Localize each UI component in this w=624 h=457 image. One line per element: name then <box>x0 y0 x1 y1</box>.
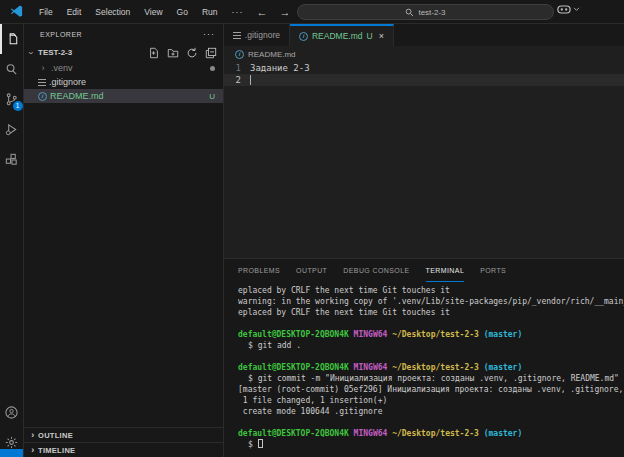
modified-dot-badge <box>210 66 215 71</box>
terminal-text: default@DESKTOP-2QBON4K <box>238 363 349 372</box>
info-file-icon: i <box>38 92 47 101</box>
info-file-icon: i <box>235 50 244 59</box>
terminal-text: 1 file changed, 1 insertion(+) <box>238 396 387 405</box>
copilot-menu[interactable] <box>557 4 580 15</box>
scm-badge: 1 <box>13 101 23 111</box>
activity-explorer[interactable] <box>0 24 24 54</box>
explorer-item-README.md[interactable]: iREADME.mdU <box>24 89 223 103</box>
activity-source-control[interactable]: 1 <box>0 84 24 114</box>
status-bar-remote-indicator[interactable] <box>0 449 23 457</box>
terminal-text: ~/Desktop/test-2-3 <box>392 330 479 339</box>
panel-tab-problems[interactable]: PROBLEMS <box>238 259 280 282</box>
outline-label: OUTLINE <box>38 431 73 440</box>
terminal-text: default@DESKTOP-2QBON4K <box>238 429 349 438</box>
command-center-search[interactable]: test-2-3 <box>297 4 554 20</box>
panel-tab-ports[interactable]: PORTS <box>480 259 506 282</box>
tab-.gitignore[interactable]: .gitignore <box>224 24 290 46</box>
terminal-line <box>238 318 624 329</box>
account-icon <box>4 405 19 420</box>
terminal-text: $ git commit -m "Инициализация проекта: … <box>248 374 619 383</box>
terminal-text: MINGW64 <box>354 429 388 438</box>
panel-tab-terminal[interactable]: TERMINAL <box>426 259 465 282</box>
search-value: test-2-3 <box>418 8 445 17</box>
outline-section[interactable]: › OUTLINE <box>24 427 223 442</box>
close-icon[interactable]: × <box>379 31 384 41</box>
tab-label: README.md <box>312 31 363 41</box>
terminal-line: create mode 100644 .gitignore <box>238 406 624 417</box>
terminal-text: warning: in the working copy of '.venv/L… <box>238 297 624 306</box>
tab-bar: .gitignoreiREADME.mdU× <box>224 24 624 46</box>
terminal-text: $ git add . <box>248 341 301 350</box>
terminal-line <box>238 351 624 362</box>
breadcrumb[interactable]: i README.md <box>224 46 624 62</box>
terminal-line: [master (root-commit) 05ef296] Инициализ… <box>238 384 624 395</box>
terminal-text: eplaced by CRLF the next time Git touche… <box>238 308 450 317</box>
line-text: Задание 2-3 <box>250 63 310 73</box>
activity-extensions[interactable] <box>0 144 24 174</box>
terminal-line: $ git add . <box>248 340 624 351</box>
menu-edit[interactable]: Edit <box>60 7 89 17</box>
terminal[interactable]: eplaced by CRLF the next time Git touche… <box>224 282 624 450</box>
extensions-icon <box>4 152 19 167</box>
new-file-icon[interactable] <box>148 47 160 59</box>
terminal-text: (master) <box>484 429 523 438</box>
root-folder-label: TEST-2-3 <box>38 48 148 57</box>
terminal-line: $ git commit -m "Инициализация проекта: … <box>248 373 624 384</box>
info-file-icon: i <box>299 32 308 41</box>
menu-run[interactable]: Run <box>195 7 225 17</box>
chevron-down-icon: › <box>26 48 36 58</box>
terminal-text: (master) <box>484 330 523 339</box>
panel-tab-bar: PROBLEMSOUTPUTDEBUG CONSOLETERMINALPORTS <box>224 259 624 282</box>
timeline-section[interactable]: › TIMELINE <box>24 442 223 457</box>
editor-line: 1Задание 2-3 <box>224 62 624 74</box>
search-icon <box>405 8 414 17</box>
tab-README.md[interactable]: iREADME.mdU× <box>290 24 394 46</box>
terminal-line: 1 file changed, 1 insertion(+) <box>238 395 624 406</box>
menu-file[interactable]: File <box>32 7 60 17</box>
file-label: README.md <box>50 91 209 101</box>
chevron-right-icon: › <box>38 63 48 73</box>
terminal-text: default@DESKTOP-2QBON4K <box>238 330 349 339</box>
git-file-icon <box>233 32 241 40</box>
refresh-icon[interactable] <box>186 47 198 59</box>
terminal-text: [master (root-commit) 05ef296] Инициализ… <box>238 385 624 394</box>
panel-tab-output[interactable]: OUTPUT <box>296 259 327 282</box>
terminal-line <box>238 417 624 428</box>
terminal-text: (master) <box>484 363 523 372</box>
menu-view[interactable]: View <box>137 7 169 17</box>
back-icon[interactable]: ← <box>251 6 274 18</box>
account-button[interactable] <box>0 397 24 427</box>
explorer-more-button[interactable]: ··· <box>203 29 215 39</box>
new-folder-icon[interactable] <box>167 47 179 59</box>
explorer-item-.gitignore[interactable]: .gitignore <box>24 75 223 89</box>
terminal-text: ~/Desktop/test-2-3 <box>392 429 479 438</box>
explorer-title: EXPLORER <box>40 31 203 38</box>
chevron-right-icon: › <box>28 430 38 440</box>
explorer-root-folder[interactable]: › TEST-2-3 <box>24 44 223 61</box>
terminal-line: default@DESKTOP-2QBON4K MINGW64 ~/Deskto… <box>238 428 624 439</box>
terminal-line: default@DESKTOP-2QBON4K MINGW64 ~/Deskto… <box>238 329 624 340</box>
terminal-line: warning: in the working copy of '.venv/L… <box>238 296 624 307</box>
menu-go[interactable]: Go <box>170 7 195 17</box>
copilot-icon <box>557 4 571 15</box>
editor-group: .gitignoreiREADME.mdU× i README.md 1Зада… <box>224 24 624 258</box>
gear-icon <box>4 435 19 450</box>
menu-selection[interactable]: Selection <box>88 7 137 17</box>
explorer-sidebar: EXPLORER ··· › TEST-2-3 <box>24 24 224 457</box>
menu-more-button[interactable]: ··· <box>225 7 251 17</box>
git-untracked-badge: U <box>367 31 373 41</box>
forward-icon[interactable]: → <box>274 6 297 18</box>
git-untracked-badge: U <box>209 92 215 101</box>
editor-content[interactable]: 1Задание 2-32 <box>224 62 624 86</box>
terminal-line: default@DESKTOP-2QBON4K MINGW64 ~/Deskto… <box>238 362 624 373</box>
terminal-line: $ <box>248 439 624 450</box>
activity-run-debug[interactable] <box>0 114 24 144</box>
collapse-all-icon[interactable] <box>205 47 217 59</box>
explorer-item-.venv[interactable]: ›.venv <box>24 61 223 75</box>
terminal-text: create mode 100644 .gitignore <box>238 407 383 416</box>
panel-tab-debug-console[interactable]: DEBUG CONSOLE <box>343 259 409 282</box>
chevron-right-icon: › <box>28 445 38 455</box>
vscode-logo-icon <box>9 4 24 19</box>
git-file-icon <box>38 79 46 87</box>
activity-search[interactable] <box>0 54 24 84</box>
